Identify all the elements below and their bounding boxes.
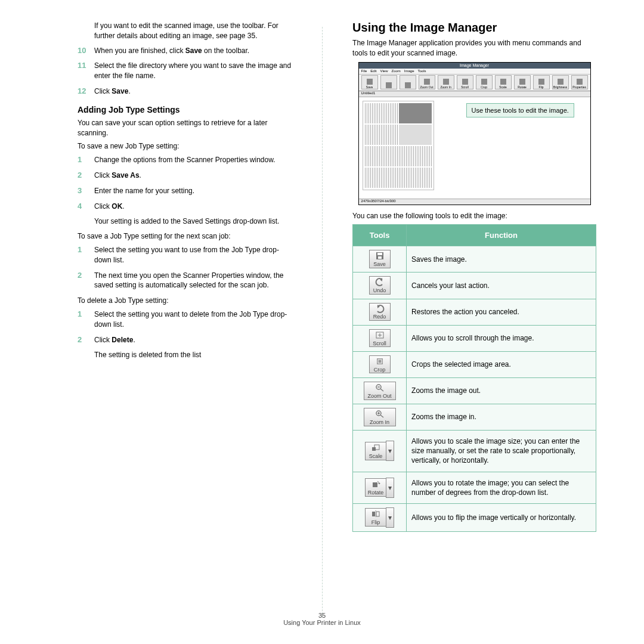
tool-icon-cell: Scale▾ — [353, 430, 407, 472]
dropdown-arrow-icon: ▾ — [386, 507, 394, 528]
tool-icon-cell: Zoom Out — [353, 377, 407, 404]
step-text: Click Save. — [94, 86, 295, 97]
dropdown-arrow-icon: ▾ — [386, 441, 394, 461]
body-text: To delete a Job Type setting: — [78, 296, 295, 306]
scanned-thumbnail — [363, 101, 434, 190]
tool-function: Allows you to scroll through the image. — [407, 325, 596, 351]
step-number: 11 — [78, 61, 94, 70]
toolbar-brightness: Brightness — [552, 75, 569, 89]
tool-dropdown: Flip▾ — [365, 507, 394, 528]
flip-icon: Flip — [365, 508, 386, 527]
save-step-1: 1 Change the options from the Scanner Pr… — [78, 155, 295, 165]
table-row: Flip▾Allows you to flip the image vertic… — [353, 503, 596, 531]
body-text: To save a Job Type setting for the next … — [78, 231, 295, 242]
toolbar-redo — [400, 75, 416, 89]
toolbar-scroll: Scroll — [457, 75, 473, 89]
tools-table: Tools Function SaveSaves the image.UndoC… — [352, 224, 596, 531]
table-row: Rotate▾Allows you to rotate the image; y… — [353, 472, 596, 503]
tool-function: Cancels your last action. — [407, 273, 596, 299]
heading-adding-job-type: Adding Job Type Settings — [78, 105, 295, 114]
save-icon: Save — [369, 250, 391, 268]
tool-icon-cell: Rotate▾ — [353, 472, 407, 503]
tool-icon-cell: Undo — [353, 273, 407, 299]
toolbar-save: Save — [361, 75, 378, 89]
scale-icon: Scale — [365, 442, 386, 460]
tool-icon-cell: Redo — [353, 299, 407, 325]
step-10: 10 When you are finished, click Save on … — [78, 46, 295, 56]
svg-line-9 — [380, 389, 383, 391]
delete-step-2: 2 Click Delete. — [78, 335, 295, 345]
page-footer: 35 Using Your Printer in Linux — [0, 612, 644, 626]
page-number: 35 — [0, 612, 644, 619]
step-11: 11 Select the file directory where you w… — [78, 61, 295, 81]
step-text: When you are finished, click Save on the… — [94, 46, 295, 56]
heading-image-manager: Using the Image Manager — [352, 21, 596, 35]
table-row: ScrollAllows you to scroll through the i… — [353, 325, 596, 351]
save-step-2: 2 Click Save As. — [78, 171, 295, 181]
svg-rect-1 — [377, 253, 382, 255]
tool-dropdown: Rotate▾ — [365, 478, 394, 498]
image-manager-screenshot: Image Manager File Edit View Zoom Image … — [358, 62, 591, 205]
zoom out-icon: Zoom Out — [364, 382, 396, 400]
use-step-1: 1 Select the setting you want to use fro… — [78, 245, 295, 265]
toolbar-flip: Flip — [533, 75, 550, 89]
tool-function: Crops the selected image area. — [407, 351, 596, 377]
tab-strip: Untitled1 — [359, 91, 590, 97]
svg-rect-2 — [378, 256, 382, 259]
intro-text: If you want to edit the scanned image, u… — [94, 21, 295, 41]
callout-tooltip: Use these tools to edit the image. — [466, 103, 574, 117]
redo-icon: Redo — [369, 303, 391, 321]
toolbar-rotate: Rotate — [514, 75, 531, 89]
toolbar-properties: Properties — [571, 75, 588, 89]
table-row: Scale▾Allows you to scale the image size… — [353, 430, 596, 472]
toolbar-undo — [380, 75, 397, 89]
tool-dropdown: Scale▾ — [365, 441, 394, 461]
window-titlebar: Image Manager — [359, 63, 590, 69]
right-column: Using the Image Manager The Image Manage… — [323, 21, 620, 617]
tool-icon-cell: Zoom In — [353, 404, 407, 430]
status-bar: 2479x3507/24-bit/300 — [359, 199, 590, 205]
step-text: Select the file directory where you want… — [94, 61, 295, 81]
step-12: 12 Click Save. — [78, 86, 295, 97]
menu-bar: File Edit View Zoom Image Tools — [359, 69, 590, 75]
body-text: To save a new Job Type setting: — [78, 141, 295, 151]
sub-note: Your setting is added to the Saved Setti… — [94, 216, 295, 227]
delete-step-1: 1 Select the setting you want to delete … — [78, 309, 295, 330]
tool-function: Zooms the image in. — [407, 404, 596, 430]
toolbar-zoom-out: Zoom Out — [419, 75, 435, 89]
svg-marker-18 — [378, 483, 380, 484]
svg-rect-15 — [372, 447, 376, 451]
tool-function: Allows you to scale the image size; you … — [407, 430, 596, 472]
use-step-2: 2 The next time you open the Scanner Pro… — [78, 271, 295, 291]
table-row: CropCrops the selected image area. — [353, 351, 596, 377]
section-title: Using Your Printer in Linux — [0, 619, 644, 626]
step-number: 10 — [78, 46, 94, 55]
save-step-3: 3 Enter the name for your setting. — [78, 186, 295, 196]
svg-rect-20 — [376, 512, 379, 516]
tool-function: Zooms the image out. — [407, 377, 596, 404]
zoom in-icon: Zoom In — [364, 408, 396, 426]
undo-icon: Undo — [369, 276, 391, 295]
body-text: You can save your scan option settings t… — [78, 118, 295, 138]
left-column: If you want to edit the scanned image, u… — [24, 21, 322, 617]
tool-icon-cell: Crop — [353, 351, 407, 377]
th-function: Function — [407, 225, 596, 246]
svg-line-12 — [380, 415, 383, 417]
intro-text: The Image Manager application provides y… — [352, 38, 596, 58]
table-row: Zoom InZooms the image in. — [353, 404, 596, 430]
tool-icon-cell: Save — [353, 246, 407, 273]
rotate-icon: Rotate — [365, 478, 386, 497]
toolbar: Save Zoom Out Zoom In Scroll Crop Scale … — [359, 75, 590, 91]
tool-function: Saves the image. — [407, 246, 596, 273]
tool-function: Restores the action you canceled. — [407, 299, 596, 325]
svg-rect-19 — [372, 512, 375, 516]
dropdown-arrow-icon: ▾ — [386, 478, 394, 498]
page-content: If you want to edit the scanned image, u… — [24, 21, 620, 617]
table-row: Zoom OutZooms the image out. — [353, 377, 596, 404]
table-row: UndoCancels your last action. — [353, 273, 596, 299]
tool-function: Allows you to rotate the image; you can … — [407, 472, 596, 503]
sub-note: The setting is deleted from the list — [94, 350, 295, 360]
save-step-4: 4 Click OK. — [78, 202, 295, 212]
table-row: RedoRestores the action you canceled. — [353, 299, 596, 325]
tool-icon-cell: Scroll — [353, 325, 407, 351]
